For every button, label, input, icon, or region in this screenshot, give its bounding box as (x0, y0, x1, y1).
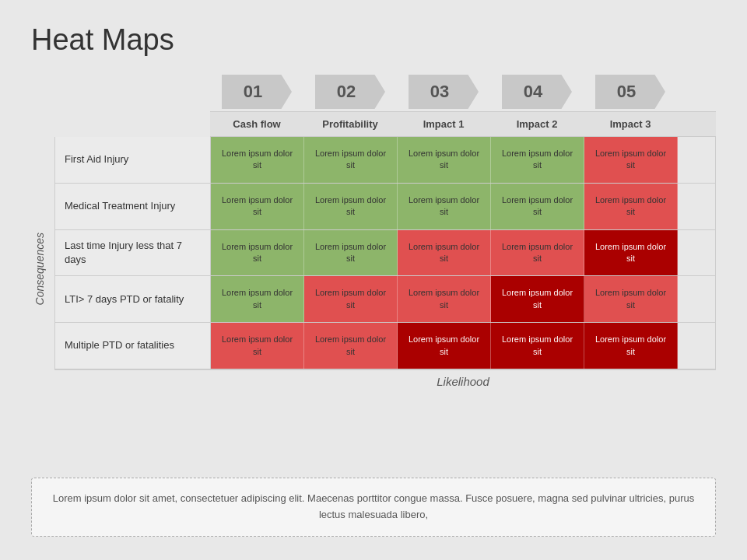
grid-cell-r3-c3: Lorem ipsum dolor sit (398, 230, 491, 276)
grid-cell-r4-c3: Lorem ipsum dolor sit (398, 276, 491, 322)
grid-cell-r4-c4: Lorem ipsum dolor sit (491, 276, 584, 322)
grid-cell-r2-c1: Lorem ipsum dolor sit (211, 184, 304, 229)
grid-cell-r2-c2: Lorem ipsum dolor sit (304, 184, 398, 229)
table-row: Multiple PTD or fatalitiesLorem ipsum do… (55, 323, 715, 369)
page: Heat Maps Consequences 0102030405 Cash f… (0, 0, 747, 560)
grid-cell-r5-c5: Lorem ipsum dolor sit (584, 323, 678, 369)
footer-box: Lorem ipsum dolor sit amet, consectetuer… (31, 478, 716, 537)
col-label-1: Cash flow (210, 112, 303, 136)
arrow-shape-4: 04 (502, 75, 572, 109)
grid-cell-r1-c5: Lorem ipsum dolor sit (584, 137, 678, 183)
table-row: Medical Treatment InjuryLorem ipsum dolo… (55, 184, 715, 230)
consequences-label: Consequences (31, 72, 48, 465)
grid-cell-r4-c2: Lorem ipsum dolor sit (304, 276, 398, 322)
row-label-2: Medical Treatment Injury (55, 184, 211, 229)
grid-cell-r1-c3: Lorem ipsum dolor sit (398, 137, 491, 183)
col-label-3: Impact 1 (397, 112, 490, 136)
row-label-5: Multiple PTD or fatalities (55, 323, 211, 369)
arrow-row: 0102030405 (210, 72, 716, 111)
main-content: Consequences 0102030405 Cash flowProfita… (31, 72, 716, 465)
arrow-col-2: 02 (303, 72, 397, 111)
col-label-4: Impact 2 (490, 112, 584, 136)
arrow-col-1: 01 (210, 72, 303, 111)
table-row: Last time Injury less that 7 daysLorem i… (55, 230, 715, 277)
grid-cell-r1-c1: Lorem ipsum dolor sit (211, 137, 304, 183)
grid-cell-r3-c5: Lorem ipsum dolor sit (584, 230, 678, 276)
arrow-shape-2: 02 (315, 75, 385, 109)
grid-cell-r5-c2: Lorem ipsum dolor sit (304, 323, 398, 369)
page-title: Heat Maps (31, 23, 716, 57)
row-label-4: LTI> 7 days PTD or fatality (55, 276, 211, 322)
arrow-col-5: 05 (584, 72, 677, 111)
grid-cell-r4-c5: Lorem ipsum dolor sit (584, 276, 678, 322)
col-label-row: Cash flowProfitabilityImpact 1Impact 2Im… (210, 111, 716, 137)
grid-cell-r5-c4: Lorem ipsum dolor sit (491, 323, 584, 369)
grid-cell-r2-c3: Lorem ipsum dolor sit (398, 184, 491, 229)
table-row: LTI> 7 days PTD or fatalityLorem ipsum d… (55, 276, 715, 323)
likelihood-label: Likelihood (210, 375, 716, 388)
col-label-2: Profitability (303, 112, 397, 136)
arrow-shape-1: 01 (222, 75, 292, 109)
column-headers-area: 0102030405 Cash flowProfitabilityImpact … (210, 72, 716, 137)
grid-cell-r3-c4: Lorem ipsum dolor sit (491, 230, 584, 276)
grid-cell-r1-c2: Lorem ipsum dolor sit (304, 137, 398, 183)
grid-cell-r2-c4: Lorem ipsum dolor sit (491, 184, 584, 229)
row-label-3: Last time Injury less that 7 days (55, 230, 211, 276)
grid-cell-r5-c1: Lorem ipsum dolor sit (211, 323, 304, 369)
grid-cell-r5-c3: Lorem ipsum dolor sit (398, 323, 491, 369)
grid-cell-r1-c4: Lorem ipsum dolor sit (491, 137, 584, 183)
grid: First Aid InjuryLorem ipsum dolor sitLor… (54, 137, 716, 370)
row-label-1: First Aid Injury (55, 137, 211, 183)
grid-cell-r3-c2: Lorem ipsum dolor sit (304, 230, 398, 276)
col-label-5: Impact 3 (584, 112, 677, 136)
footer-text: Lorem ipsum dolor sit amet, consectetuer… (53, 492, 694, 520)
arrow-col-3: 03 (397, 72, 490, 111)
arrow-col-4: 04 (490, 72, 584, 111)
arrow-shape-5: 05 (595, 75, 665, 109)
arrow-shape-3: 03 (409, 75, 479, 109)
grid-cell-r2-c5: Lorem ipsum dolor sit (584, 184, 678, 229)
grid-cell-r4-c1: Lorem ipsum dolor sit (211, 276, 304, 322)
table-row: First Aid InjuryLorem ipsum dolor sitLor… (55, 137, 715, 184)
grid-cell-r3-c1: Lorem ipsum dolor sit (211, 230, 304, 276)
table-area: 0102030405 Cash flowProfitabilityImpact … (54, 72, 716, 465)
